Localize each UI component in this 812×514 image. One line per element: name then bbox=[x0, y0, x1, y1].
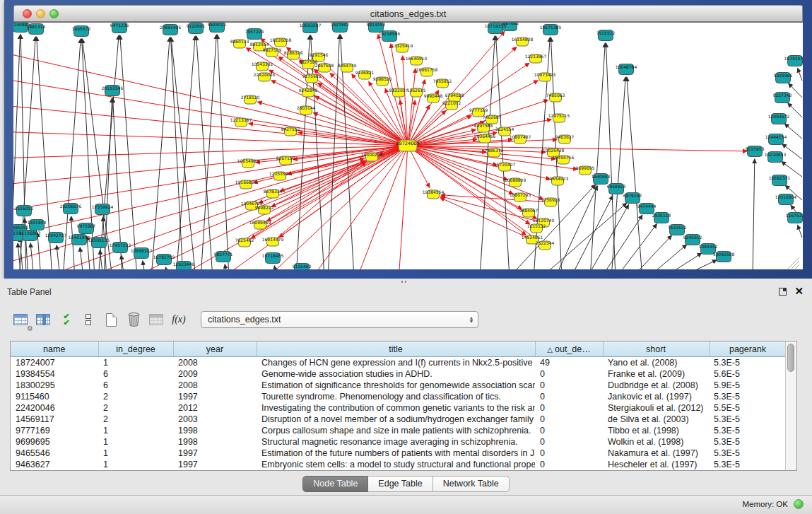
delete-table-button[interactable] bbox=[123, 310, 144, 329]
citation-edge-red[interactable] bbox=[245, 161, 365, 243]
table-row[interactable]: 1938455462009Genome-wide association stu… bbox=[11, 368, 785, 380]
window-title: citations_edges.txt bbox=[14, 8, 802, 19]
network-canvas[interactable]: 8860123891295418226058982750981863281054… bbox=[13, 22, 803, 269]
citation-edge-black[interactable] bbox=[37, 233, 41, 269]
citation-edge-black[interactable] bbox=[80, 247, 83, 269]
tab-node-table[interactable]: Node Table bbox=[302, 476, 368, 492]
table-row[interactable]: 946362711997Embryonic stem cells: a mode… bbox=[11, 459, 785, 470]
citation-edge-black[interactable] bbox=[120, 35, 137, 269]
citation-edge-black[interactable] bbox=[143, 261, 146, 269]
graph-node-label: 9884067 bbox=[519, 208, 539, 213]
graph-node-label: 1640954 bbox=[592, 174, 611, 179]
column-header-short[interactable]: short bbox=[603, 341, 709, 357]
table-cell: 0 bbox=[535, 391, 603, 402]
graph-node-label: 15720407 bbox=[494, 162, 516, 167]
column-header-name[interactable]: name bbox=[11, 341, 98, 357]
citation-edge-black[interactable] bbox=[196, 36, 213, 269]
graph-node-label: 12923446 bbox=[173, 262, 195, 267]
table-cell: 1 bbox=[98, 425, 173, 436]
table-cell: 9699695 bbox=[11, 436, 98, 448]
citation-edge-black[interactable] bbox=[662, 253, 702, 269]
citation-edge-red[interactable] bbox=[279, 146, 408, 238]
citation-edge-black[interactable] bbox=[611, 77, 625, 269]
resize-grip-icon[interactable] bbox=[792, 261, 799, 269]
graph-node-label: 6879197 bbox=[623, 193, 642, 198]
citation-edge-black[interactable] bbox=[165, 267, 168, 269]
graph-node-label: 8427552 bbox=[281, 127, 300, 132]
citation-edge-black[interactable] bbox=[30, 243, 34, 269]
graph-node-label: 17016504 bbox=[775, 194, 797, 199]
column-header-year[interactable]: year bbox=[173, 341, 257, 357]
window-titlebar[interactable]: citations_edges.txt bbox=[13, 5, 803, 22]
graph-node-label: 13958107 bbox=[131, 248, 153, 253]
float-panel-icon[interactable] bbox=[779, 288, 787, 296]
graph-node-label: 7957224 bbox=[245, 29, 264, 34]
table-row[interactable]: 1456911722003Disruption of a novel membe… bbox=[11, 414, 785, 425]
column-header-pagerank[interactable]: pagerank bbox=[709, 341, 785, 357]
import-table-button[interactable] bbox=[146, 310, 167, 329]
column-header-out_de[interactable]: △out_de… bbox=[535, 341, 603, 357]
table-row[interactable]: 1830029562008Estimation of significance … bbox=[11, 380, 785, 391]
table-cell: 9115460 bbox=[11, 391, 98, 402]
graph-node-label: 7462667 bbox=[483, 115, 502, 119]
close-panel-icon[interactable]: ✕ bbox=[794, 286, 804, 297]
table-settings-button[interactable]: ⚙ bbox=[10, 310, 31, 329]
column-header-title[interactable]: title bbox=[257, 341, 535, 357]
graph-node-label: 10719155 bbox=[485, 23, 507, 28]
citation-network-graph[interactable]: 8860123891295418226058982750981863281054… bbox=[13, 23, 803, 269]
tab-edge-table[interactable]: Edge Table bbox=[368, 476, 433, 492]
table-mode-tabs: Node TableEdge TableNetwork Table bbox=[0, 476, 812, 492]
table-vertical-scrollbar[interactable] bbox=[785, 341, 796, 470]
row-options-button[interactable] bbox=[78, 310, 99, 329]
citation-edge-black[interactable] bbox=[753, 159, 755, 269]
new-table-button[interactable] bbox=[100, 310, 122, 329]
citation-edge-black[interactable] bbox=[788, 103, 802, 117]
graph-node-label: 18505135 bbox=[88, 238, 110, 243]
table-row[interactable]: 1872400712008Changes of HCN gene express… bbox=[11, 357, 785, 369]
citation-edge-red[interactable] bbox=[399, 146, 408, 269]
citation-edge-red[interactable] bbox=[440, 198, 532, 240]
graph-node-label: 16154808 bbox=[512, 37, 534, 42]
stacked-squares-icon bbox=[86, 314, 91, 325]
table-row[interactable]: 946554611997Estimation of the future num… bbox=[11, 448, 785, 459]
column-header-in_degree[interactable]: in_degree bbox=[98, 341, 173, 357]
graph-node-label: 12444154 bbox=[765, 134, 787, 139]
graph-node-label: 8813054 bbox=[367, 23, 386, 27]
table-row[interactable]: 969969511998Structural magnetic resonanc… bbox=[11, 436, 785, 448]
graph-node-label: 18300295 bbox=[361, 152, 383, 157]
citation-edge-black[interactable] bbox=[225, 264, 228, 269]
table-row[interactable]: 977716911998Corpus callosum shape and si… bbox=[11, 425, 785, 436]
citation-edge-black[interactable] bbox=[57, 245, 60, 269]
table-row[interactable]: 911546021997Tourette syndrome. Phenomeno… bbox=[11, 391, 785, 402]
select-rows-button[interactable]: ✔✔ bbox=[55, 310, 76, 329]
select-column-button[interactable] bbox=[33, 310, 54, 329]
citation-edge-black[interactable] bbox=[798, 225, 802, 238]
citation-edge-black[interactable] bbox=[631, 235, 671, 269]
citation-edge-red[interactable] bbox=[13, 78, 408, 146]
memory-ok-indicator bbox=[794, 499, 804, 509]
citation-edge-black[interactable] bbox=[798, 68, 802, 81]
table-cell: 6 bbox=[98, 368, 173, 380]
citation-edge-black[interactable] bbox=[784, 124, 802, 139]
citation-edge-black[interactable] bbox=[171, 37, 183, 269]
tab-network-table[interactable]: Network Table bbox=[433, 476, 510, 492]
graph-node-label: 14524861 bbox=[522, 235, 543, 240]
graph-node-label: 10025438 bbox=[543, 148, 565, 153]
citation-edge-black[interactable] bbox=[100, 250, 103, 269]
graph-node-label: 9121072 bbox=[442, 100, 461, 105]
table-cell: 5.3E-5 bbox=[709, 391, 785, 402]
graph-node-label: 12093572 bbox=[768, 114, 790, 119]
graph-node-label: 16099469 bbox=[249, 220, 271, 225]
scrollbar-thumb[interactable] bbox=[787, 344, 794, 372]
table-row[interactable]: 2242004622012Investigating the contribut… bbox=[11, 402, 785, 414]
graph-node-label: 9245012 bbox=[683, 235, 702, 240]
graph-node-label: 10807487 bbox=[510, 134, 531, 139]
table-selector-dropdown[interactable]: citations_edges.txt ▲▼ bbox=[201, 311, 478, 328]
function-builder-button[interactable]: f(x) bbox=[168, 310, 189, 329]
graph-node-label: 10688809 bbox=[505, 177, 526, 182]
citation-edge-black[interactable] bbox=[627, 77, 642, 269]
table-cell: Hescheler et al. (1997) bbox=[603, 459, 709, 470]
citation-edge-black[interactable] bbox=[782, 162, 802, 177]
resize-grip-icon[interactable] bbox=[795, 264, 799, 269]
citation-edge-black[interactable] bbox=[647, 245, 687, 269]
